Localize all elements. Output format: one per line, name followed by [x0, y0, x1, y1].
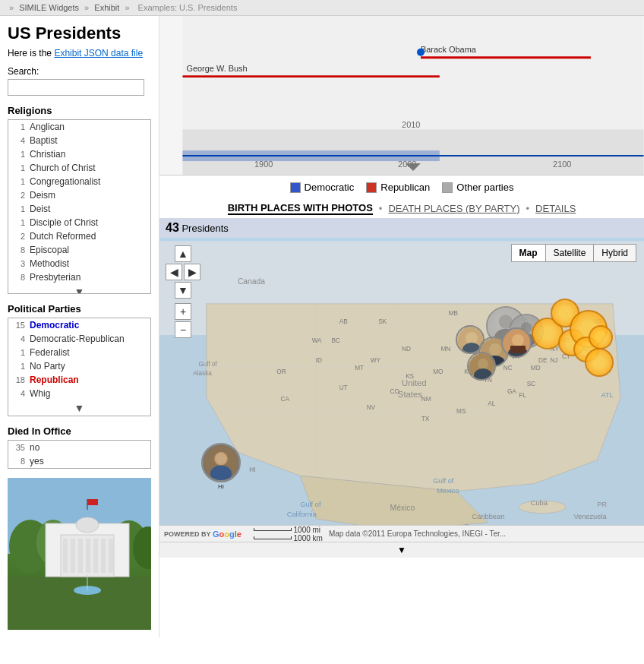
party-item[interactable]: 18Republican [8, 373, 150, 387]
svg-text:MN: MN [440, 346, 450, 353]
president-pin-3[interactable] [467, 352, 496, 381]
svg-text:Mexico: Mexico [437, 487, 459, 495]
religion-count: 8 [11, 245, 25, 255]
svg-text:ATL: ATL [601, 391, 613, 399]
religion-item[interactable]: 3Methodist [8, 257, 150, 270]
party-count: 4 [11, 389, 25, 398]
religion-item[interactable]: 1Church of Christ [8, 161, 150, 175]
map-up-btn[interactable]: ▲ [175, 245, 191, 262]
breadcrumb-exhibit[interactable]: Exhibit [94, 3, 119, 12]
religion-item[interactable]: 1Christian [8, 147, 150, 161]
svg-text:Gulf of: Gulf of [433, 477, 454, 485]
died-count: 8 [11, 457, 25, 466]
religion-name: Anglican [30, 122, 65, 132]
religion-item[interactable]: 2Deism [8, 188, 150, 202]
republican-label: Republican [380, 182, 430, 193]
powered-by-text: POWERED BY [164, 530, 211, 538]
legend: Democratic Republican Other parties [159, 175, 644, 199]
died-title: Died In Office [8, 425, 151, 437]
cluster-orange-7[interactable] [589, 325, 613, 349]
president-pin-obama[interactable]: HI [201, 443, 241, 490]
religion-name: Christian [30, 149, 65, 160]
breadcrumb-simile[interactable]: SIMILE Widgets [19, 3, 79, 12]
svg-text:MB: MB [449, 310, 459, 317]
tab-death-places[interactable]: DEATH PLACES (BY PARTY) [388, 203, 519, 214]
religions-facet: Religions 1Anglican4Baptist1Christian1Ch… [8, 105, 151, 294]
tab-sep2: • [526, 203, 530, 214]
religion-count: 1 [11, 150, 25, 159]
svg-text:ID: ID [316, 357, 322, 364]
svg-text:WY: WY [371, 357, 381, 364]
president-pin-reagan[interactable] [501, 327, 532, 358]
religion-item[interactable]: 4Baptist [8, 134, 150, 147]
religion-item[interactable]: 8Episcopal [8, 243, 150, 257]
religions-scroll-down[interactable]: ▼ [8, 284, 150, 294]
svg-rect-13 [101, 539, 106, 573]
svg-text:SK: SK [378, 318, 387, 325]
google-logo: Google [213, 529, 251, 539]
religion-item[interactable]: 1Deist [8, 202, 150, 216]
map-zoom-in-btn[interactable]: + [175, 303, 191, 320]
religion-name: Deism [30, 190, 55, 201]
religion-item[interactable]: 2Dutch Reformed [8, 229, 150, 243]
religion-name: Deist [30, 204, 50, 214]
religion-count: 2 [11, 191, 25, 200]
died-item[interactable]: 8yes [8, 454, 150, 468]
search-input[interactable] [8, 79, 144, 96]
parties-title: Political Parties [8, 303, 151, 315]
svg-text:MT: MT [355, 365, 364, 372]
religion-item[interactable]: 1Congregationalist [8, 175, 150, 188]
map-type-map[interactable]: Map [512, 245, 546, 261]
party-item[interactable]: 4Whig [8, 387, 150, 400]
svg-rect-19 [87, 499, 98, 505]
svg-text:UT: UT [339, 384, 348, 391]
party-name: No Party [30, 361, 65, 372]
svg-text:KS: KS [406, 373, 414, 380]
timeline-area: Timeline © SIMILE 2010 1900 2000 2100 [159, 16, 644, 175]
svg-text:States: States [398, 390, 422, 399]
map-down-btn[interactable]: ▼ [175, 282, 191, 299]
search-label: Search: [8, 66, 151, 77]
religion-name: Dutch Reformed [30, 231, 96, 242]
tab-birth-places[interactable]: BIRTH PLACES WITH PHOTOS [228, 202, 373, 215]
map-left-btn[interactable]: ◀ [166, 264, 182, 280]
religion-name: Baptist [30, 135, 58, 146]
religion-count: 8 [11, 273, 25, 282]
party-item[interactable]: 15Democratic [8, 318, 150, 332]
map-scroll-down[interactable]: ▼ [159, 542, 644, 558]
whitehouse-image: SIMILE [8, 478, 151, 630]
map-area[interactable]: Canada United States México Cuba Caribbe… [159, 238, 644, 542]
republican-color-box [366, 182, 377, 193]
died-list-container: 35no8yes [8, 440, 151, 469]
party-item[interactable]: 1No Party [8, 359, 150, 373]
svg-text:ND: ND [402, 346, 411, 353]
party-item[interactable]: 4Democratic-Republican [8, 332, 150, 346]
svg-point-31 [417, 49, 425, 56]
page-title: US Presidents [8, 24, 151, 43]
religions-title: Religions [8, 105, 151, 116]
religion-item[interactable]: 1Disciple of Christ [8, 216, 150, 229]
cluster-orange-6[interactable] [585, 348, 614, 377]
svg-text:California: California [287, 511, 317, 518]
died-item[interactable]: 35no [8, 441, 150, 454]
svg-point-116 [466, 332, 478, 344]
map-type-hybrid[interactable]: Hybrid [594, 245, 636, 261]
religion-item[interactable]: 8Presbyterian [8, 270, 150, 284]
party-count: 1 [11, 362, 25, 371]
party-item[interactable]: 1Federalist [8, 346, 150, 359]
religion-count: 1 [11, 122, 25, 131]
map-right-btn[interactable]: ▶ [184, 264, 200, 280]
tab-details[interactable]: DETAILS [535, 203, 576, 214]
map-zoom-out-btn[interactable]: − [175, 321, 191, 338]
svg-text:Cuba: Cuba [531, 499, 548, 507]
exhibit-json-link[interactable]: Exhibit JSON data file [54, 48, 143, 58]
svg-point-125 [512, 334, 524, 346]
parties-scroll-down[interactable]: ▼ [8, 400, 150, 416]
religion-item[interactable]: 1Anglican [8, 120, 150, 134]
timeline-svg: 2010 1900 2000 2100 George W. Bush Barac… [182, 16, 644, 175]
svg-text:NM: NM [421, 396, 431, 403]
religion-count: 1 [11, 163, 25, 172]
religions-list-container[interactable]: 1Anglican4Baptist1Christian1Church of Ch… [8, 119, 151, 294]
map-type-satellite[interactable]: Satellite [546, 245, 595, 261]
svg-rect-11 [86, 539, 90, 573]
